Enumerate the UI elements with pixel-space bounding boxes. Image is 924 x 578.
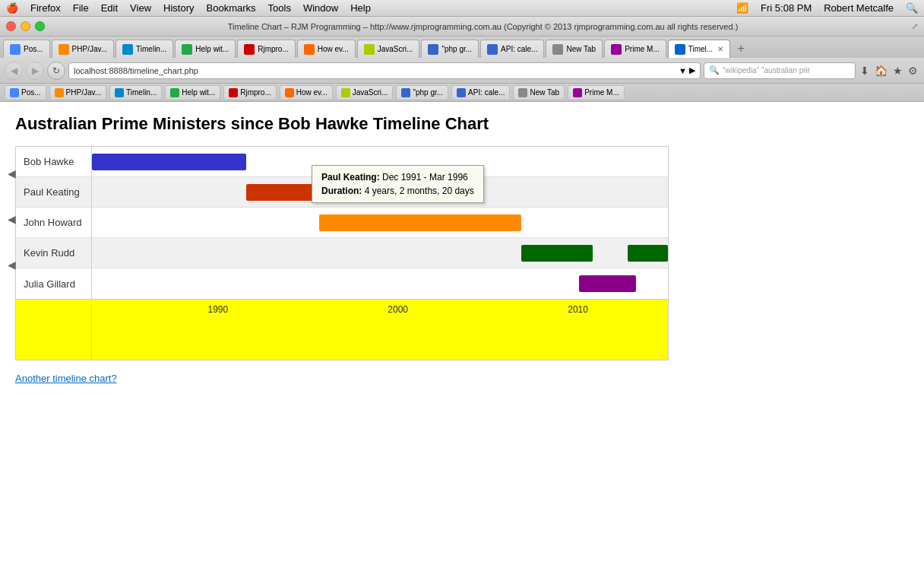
menu-tools[interactable]: Tools: [268, 2, 291, 14]
tab-label-8: API: cale...: [501, 45, 537, 53]
wifi-icon: 📶: [736, 2, 748, 14]
bookmark-9[interactable]: New Tab: [513, 85, 565, 100]
bookmark-1[interactable]: PHP/Jav...: [49, 85, 107, 100]
bar-0[interactable]: [92, 154, 246, 170]
timeline-row-2[interactable]: John Howard: [16, 208, 668, 238]
tab-label-9: New Tab: [566, 45, 596, 53]
close-button[interactable]: [6, 21, 16, 31]
sidebar-arrow-down[interactable]: ◀: [8, 259, 16, 271]
bookmark-6[interactable]: JavaScri...: [336, 85, 394, 100]
axis-mark-2000: 2000: [388, 304, 408, 315]
row-chart-3: [92, 238, 668, 268]
row-chart-1: [92, 177, 668, 207]
timeline-chart: Bob HawkePaul KeatingJohn HowardKevin Ru…: [15, 146, 669, 300]
fullscreen-button[interactable]: ⤢: [912, 22, 918, 30]
bookmark-bar: Pos...PHP/Jav...Timelin...Help wit...Rjm…: [0, 84, 924, 102]
bookmark-favicon-0: [10, 88, 19, 97]
minimize-button[interactable]: [21, 21, 30, 31]
tab-favicon-10: [611, 44, 622, 55]
bookmark-0[interactable]: Pos...: [5, 85, 46, 100]
bookmark-label-4: Rjmpro...: [240, 88, 271, 97]
bookmark-favicon-7: [401, 88, 410, 97]
bookmark-5[interactable]: How ev...: [280, 85, 333, 100]
timeline-wrapper: Bob HawkePaul KeatingJohn HowardKevin Ru…: [15, 146, 909, 360]
forward-button[interactable]: ▶: [26, 62, 44, 80]
menu-bookmarks[interactable]: Bookmarks: [207, 2, 256, 14]
menu-file[interactable]: File: [73, 2, 89, 14]
window-controls: [6, 21, 45, 31]
download-icon[interactable]: ⬇: [859, 63, 871, 78]
timeline-row-4[interactable]: Julia Gillard: [16, 268, 668, 299]
bookmark-favicon-8: [457, 88, 466, 97]
tab-7[interactable]: "php gr...: [421, 40, 479, 58]
url-dropdown-icon[interactable]: ▼: [679, 66, 687, 75]
row-chart-0: [92, 147, 668, 176]
tab-close-11[interactable]: ✕: [717, 45, 723, 53]
bookmark-10[interactable]: Prime M...: [568, 85, 625, 100]
settings-icon[interactable]: ⚙: [907, 63, 919, 78]
tab-favicon-6: [364, 44, 375, 55]
bookmark-label-7: "php gr...: [413, 88, 443, 97]
search-icon: 🔍: [709, 65, 720, 75]
menu-help[interactable]: Help: [350, 2, 371, 14]
maximize-button[interactable]: [35, 21, 45, 31]
sidebar-arrow-up[interactable]: ◀: [8, 167, 16, 179]
row-label-1: Paul Keating: [16, 177, 92, 207]
tab-5[interactable]: How ev...: [297, 40, 356, 58]
url-text: localhost:8888/timeline_chart.php: [74, 66, 679, 75]
bookmark-7[interactable]: "php gr...: [396, 85, 448, 100]
bookmark-label-10: Prime M...: [584, 88, 619, 97]
bookmark-2[interactable]: Timelin...: [109, 85, 162, 100]
bar-2[interactable]: [319, 214, 521, 231]
bookmark-label-0: Pos...: [21, 88, 41, 97]
tab-2[interactable]: Timelin...: [115, 40, 173, 58]
timeline-row-3[interactable]: Kevin Rudd: [16, 238, 668, 268]
tab-8[interactable]: API: cale...: [480, 40, 544, 58]
window-title: Timeline Chart – RJM Programming – http:…: [54, 22, 912, 31]
bookmark-4[interactable]: Rjmpro...: [223, 85, 277, 100]
search-icon[interactable]: 🔍: [906, 2, 918, 14]
url-bar[interactable]: localhost:8888/timeline_chart.php ▼ ▶: [68, 62, 701, 79]
axis-label-area: [16, 304, 92, 360]
tab-11[interactable]: Timel...✕: [668, 40, 730, 58]
bar-3[interactable]: [521, 245, 593, 262]
back-button[interactable]: ◀: [5, 62, 23, 80]
new-tab-button[interactable]: +: [732, 40, 750, 58]
bookmark-favicon-10: [573, 88, 582, 97]
reload-button[interactable]: ↻: [47, 62, 65, 80]
bar-1[interactable]: [246, 184, 319, 201]
another-timeline-link[interactable]: Another timeline chart?: [15, 373, 909, 384]
row-label-4: Julia Gillard: [16, 268, 92, 299]
timeline-row-0[interactable]: Bob Hawke: [16, 147, 668, 177]
tab-4[interactable]: Rjmpro...: [237, 40, 296, 58]
tab-label-0: Pos...: [24, 45, 43, 53]
sidebar-arrow-mid[interactable]: ◀: [8, 213, 16, 225]
bookmark-label-5: How ev...: [296, 88, 328, 97]
bookmark-favicon-3: [170, 88, 179, 97]
tab-9[interactable]: New Tab: [546, 40, 603, 58]
page-title: Australian Prime Ministers since Bob Haw…: [15, 114, 909, 134]
bookmark-label-2: Timelin...: [126, 88, 157, 97]
bookmark-icon[interactable]: ★: [891, 63, 904, 78]
menu-edit[interactable]: Edit: [101, 2, 118, 14]
tab-1[interactable]: PHP/Jav...: [52, 40, 115, 58]
tab-3[interactable]: Help wit...: [175, 40, 236, 58]
menu-history[interactable]: History: [163, 2, 194, 14]
bookmark-favicon-5: [285, 88, 294, 97]
tab-favicon-7: [428, 44, 438, 55]
tab-6[interactable]: JavaScri...: [357, 40, 420, 58]
bar-4[interactable]: [579, 275, 637, 292]
timeline-row-1[interactable]: Paul Keating: [16, 177, 668, 208]
tab-0[interactable]: Pos...: [3, 40, 50, 58]
bookmark-8[interactable]: API: cale...: [451, 85, 510, 100]
search-bar[interactable]: 🔍 "wikipedia" "australian prir: [704, 62, 856, 79]
tab-10[interactable]: Prime M...: [604, 40, 666, 58]
bookmark-3[interactable]: Help wit...: [165, 85, 220, 100]
apple-menu[interactable]: 🍎: [6, 2, 18, 14]
bar-extra-3[interactable]: [628, 245, 668, 262]
menu-view[interactable]: View: [130, 2, 151, 14]
menu-firefox[interactable]: Firefox: [30, 2, 61, 14]
home-icon[interactable]: 🏠: [873, 63, 889, 78]
url-go-icon[interactable]: ▶: [689, 65, 695, 75]
menu-window[interactable]: Window: [303, 2, 338, 14]
